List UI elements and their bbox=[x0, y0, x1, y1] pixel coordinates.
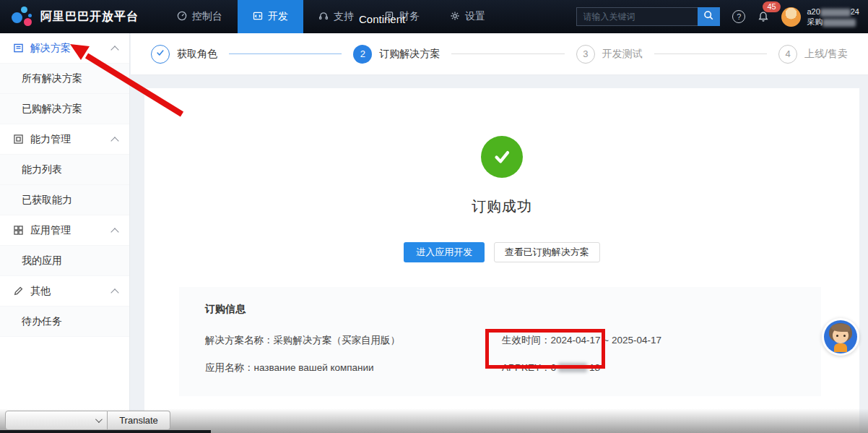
check-icon bbox=[155, 48, 165, 60]
chevron-up-icon bbox=[110, 228, 118, 236]
sidebar-item-solutions[interactable]: 解决方案 bbox=[0, 33, 129, 64]
bell-icon bbox=[758, 12, 769, 25]
translate-button[interactable]: Translate bbox=[108, 411, 170, 430]
progress-stepper: 获取角色 2 订购解决方案 3 开发测试 4 上线/售卖 bbox=[131, 33, 868, 75]
sidebar-item-label: 其他 bbox=[30, 285, 51, 298]
order-info-title: 订购信息 bbox=[205, 303, 795, 316]
customer-service-avatar[interactable] bbox=[822, 318, 859, 356]
brand-title: 阿里巴巴开放平台 bbox=[40, 9, 139, 25]
user-info: a2024 采购 bbox=[807, 7, 859, 27]
step-label: 上线/售卖 bbox=[804, 48, 848, 61]
success-check-icon bbox=[481, 136, 523, 178]
search-icon bbox=[703, 10, 714, 23]
step-launch-sell: 4 上线/售卖 bbox=[778, 45, 848, 64]
nav-item-label: 开发 bbox=[268, 10, 288, 23]
sidebar-item-purchased-solutions[interactable]: 已购解决方案 bbox=[0, 94, 129, 124]
user-menu[interactable]: a2024 采购 bbox=[781, 7, 859, 27]
main-content-panel: 订购成功 进入应用开发 查看已订购解决方案 订购信息 解决方案名称：采购解决方案… bbox=[144, 88, 859, 433]
sidebar-item-label: 解决方案 bbox=[30, 42, 71, 55]
nav-item-settings[interactable]: 设置 bbox=[435, 0, 500, 33]
nav-item-label: 控制台 bbox=[192, 10, 222, 23]
dev-window-icon bbox=[253, 11, 263, 23]
chevron-up-icon bbox=[110, 288, 118, 296]
top-navbar: 阿里巴巴开放平台 控制台 开发 支持 财务 设置 ? bbox=[0, 0, 868, 33]
bottom-dark-strip bbox=[0, 430, 211, 433]
sidebar-item-app-mgmt[interactable]: 应用管理 bbox=[0, 215, 129, 246]
user-dept-redacted bbox=[823, 19, 856, 27]
sidebar-item-label: 能力列表 bbox=[22, 163, 62, 176]
step-get-role: 获取角色 bbox=[151, 45, 217, 64]
sidebar-item-acquired-capabilities[interactable]: 已获取能力 bbox=[0, 185, 129, 215]
apps-grid-icon bbox=[13, 225, 24, 236]
dashboard-icon bbox=[177, 11, 187, 23]
sidebar-item-label: 所有解决方案 bbox=[22, 72, 82, 85]
sidebar-item-label: 已获取能力 bbox=[22, 194, 72, 207]
step-connector bbox=[451, 53, 564, 54]
translate-language-select[interactable] bbox=[5, 411, 108, 430]
step-order-solution: 2 订购解决方案 bbox=[353, 45, 440, 64]
step-current-circle: 2 bbox=[353, 45, 372, 64]
step-label: 获取角色 bbox=[177, 48, 217, 61]
step-pending-circle: 4 bbox=[778, 45, 797, 64]
nav-item-console[interactable]: 控制台 bbox=[162, 0, 238, 33]
solution-name-row: 解决方案名称：采购解决方案（买家自用版） bbox=[205, 334, 502, 347]
solution-name-value: 采购解决方案（买家自用版） bbox=[274, 335, 401, 346]
pencil-icon bbox=[13, 286, 24, 296]
nav-menu: 控制台 开发 支持 财务 设置 bbox=[162, 0, 500, 33]
nav-item-develop[interactable]: 开发 bbox=[238, 0, 303, 33]
sidebar-item-capability-mgmt[interactable]: 能力管理 bbox=[0, 124, 129, 155]
step-dev-test: 3 开发测试 bbox=[576, 45, 643, 64]
search-button[interactable] bbox=[698, 7, 720, 26]
headset-icon bbox=[318, 11, 329, 23]
sidebar-item-label: 应用管理 bbox=[30, 224, 71, 237]
avatar bbox=[781, 7, 801, 27]
nav-right: ? 45 a2024 采购 bbox=[576, 0, 868, 33]
step-label: 订购解决方案 bbox=[379, 48, 440, 61]
sidebar-item-label: 已购解决方案 bbox=[22, 103, 82, 116]
step-pending-circle: 3 bbox=[576, 45, 595, 64]
app-name-label: 应用名称： bbox=[205, 362, 254, 373]
brand-logo-icon bbox=[12, 6, 33, 27]
notifications[interactable]: 45 bbox=[758, 11, 769, 25]
sidebar-item-my-apps[interactable]: 我的应用 bbox=[0, 246, 129, 276]
user-name-prefix: a20 bbox=[807, 7, 820, 16]
chevron-up-icon bbox=[110, 137, 118, 145]
red-highlight-box-annotation bbox=[485, 329, 605, 369]
sidebar-item-other[interactable]: 其他 bbox=[0, 276, 129, 306]
capability-icon bbox=[13, 134, 24, 145]
success-title: 订购成功 bbox=[144, 197, 859, 216]
solution-name-label: 解决方案名称： bbox=[205, 335, 274, 346]
chevron-down-icon bbox=[95, 416, 103, 423]
step-connector bbox=[654, 53, 767, 54]
step-label: 开发测试 bbox=[602, 48, 643, 61]
user-name-redacted bbox=[820, 9, 851, 17]
user-name-suffix: 24 bbox=[851, 7, 859, 16]
sidebar-item-label: 我的应用 bbox=[22, 254, 62, 267]
sidebar-item-capability-list[interactable]: 能力列表 bbox=[0, 155, 129, 185]
search-box bbox=[576, 7, 720, 26]
notification-badge: 45 bbox=[763, 1, 780, 12]
help-icon[interactable]: ? bbox=[732, 10, 745, 23]
gear-icon bbox=[450, 11, 460, 23]
brand[interactable]: 阿里巴巴开放平台 bbox=[0, 0, 146, 33]
chevron-up-icon bbox=[110, 46, 118, 53]
helper-avatar-icon bbox=[824, 320, 857, 353]
continent-overlay-text: Continent bbox=[359, 13, 405, 25]
sidebar-item-label: 能力管理 bbox=[30, 133, 71, 146]
app-name-value: название вашей компании bbox=[254, 362, 374, 373]
search-input[interactable] bbox=[576, 7, 698, 26]
nav-item-label: 支持 bbox=[334, 10, 354, 23]
step-done-circle bbox=[151, 45, 170, 64]
solutions-icon bbox=[13, 43, 24, 53]
sidebar-item-todo-tasks[interactable]: 待办任务 bbox=[0, 306, 129, 337]
action-buttons: 进入应用开发 查看已订购解决方案 bbox=[144, 242, 859, 262]
enter-app-dev-button[interactable]: 进入应用开发 bbox=[404, 242, 485, 262]
user-dept-prefix: 采购 bbox=[807, 17, 823, 26]
translate-widget: Translate bbox=[5, 411, 170, 430]
view-ordered-solutions-button[interactable]: 查看已订购解决方案 bbox=[494, 242, 600, 262]
sidebar-item-label: 待办任务 bbox=[22, 315, 62, 328]
nav-item-label: 设置 bbox=[465, 10, 485, 23]
sidebar: 解决方案 所有解决方案 已购解决方案 能力管理 能力列表 已获取能力 应用管理 … bbox=[0, 33, 130, 433]
app-name-row: 应用名称：название вашей компании bbox=[205, 361, 502, 374]
sidebar-item-all-solutions[interactable]: 所有解决方案 bbox=[0, 64, 129, 94]
